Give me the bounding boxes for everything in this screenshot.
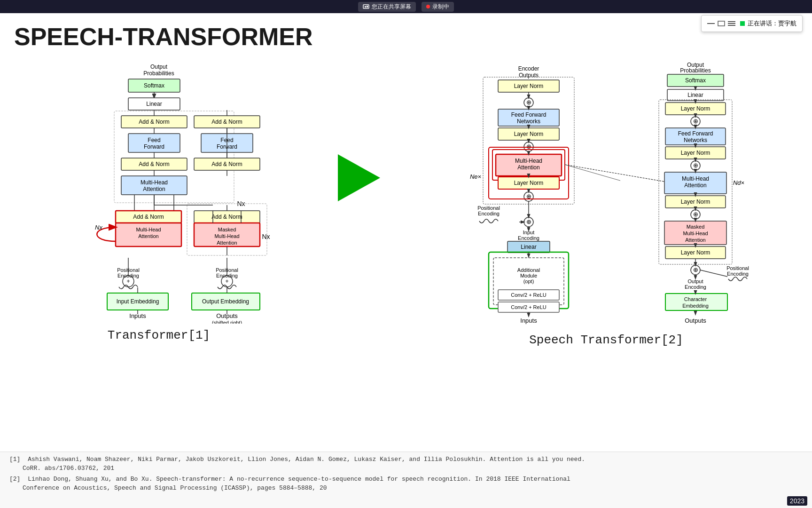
svg-rect-4	[718, 21, 725, 26]
speech-section: Encoder Outputs Layer Norm ⊕ Feed Forwar…	[442, 60, 771, 347]
screen-share-badge: 您正在共享屏幕	[358, 2, 416, 12]
svg-text:⊕: ⊕	[693, 162, 698, 169]
speaker-text: 正在讲话：贾宇航	[748, 19, 796, 28]
svg-text:Multi-Head: Multi-Head	[141, 179, 168, 186]
svg-text:Positional: Positional	[216, 267, 238, 273]
svg-text:Ne×: Ne×	[470, 173, 481, 180]
speech-diagram: Encoder Outputs Layer Norm ⊕ Feed Forwar…	[442, 60, 771, 328]
menu-icon[interactable]	[728, 21, 735, 26]
maximize-icon[interactable]	[718, 21, 725, 26]
svg-text:Positional: Positional	[477, 205, 500, 211]
svg-text:Attention: Attention	[143, 186, 165, 192]
svg-text:Attention: Attention	[138, 233, 158, 239]
transformer-title: Transformer[1]	[108, 328, 210, 342]
svg-line-193	[700, 270, 727, 277]
svg-text:Positional: Positional	[726, 265, 749, 271]
ref2-label: [2]	[9, 476, 20, 483]
svg-text:Nx: Nx	[95, 224, 102, 231]
svg-text:Attention: Attention	[217, 240, 237, 246]
svg-text:Module: Module	[520, 273, 537, 278]
svg-text:Layer Norm: Layer Norm	[514, 83, 544, 89]
svg-text:Linear: Linear	[146, 101, 162, 107]
svg-text:⊕: ⊕	[526, 218, 531, 225]
transformer-diagram: Output Probabilities Softmax Linear Add …	[46, 60, 272, 324]
svg-text:Encoding: Encoding	[478, 211, 500, 216]
arrow-container	[331, 154, 387, 201]
svg-text:+: +	[225, 278, 228, 285]
svg-text:Outputs: Outputs	[519, 72, 539, 79]
svg-text:Nx: Nx	[262, 233, 270, 240]
svg-text:Conv/2 + ReLU: Conv/2 + ReLU	[511, 304, 547, 310]
svg-text:Multi-Head: Multi-Head	[214, 233, 239, 239]
svg-text:Encoding: Encoding	[518, 235, 539, 241]
svg-rect-7	[728, 25, 735, 26]
svg-text:Conv/2 + ReLU: Conv/2 + ReLU	[511, 292, 547, 298]
svg-text:Feed Forward: Feed Forward	[678, 130, 713, 137]
svg-text:Nd×: Nd×	[733, 179, 744, 186]
record-text: 录制中	[432, 3, 449, 11]
svg-text:Multi-Head: Multi-Head	[682, 175, 709, 182]
svg-text:Linear: Linear	[521, 244, 536, 250]
ref2-text: Linhao Dong, Shuang Xu, and Bo Xu. Speec…	[28, 476, 570, 483]
minimize-icon[interactable]	[707, 21, 715, 26]
screen-share-text: 您正在共享屏幕	[372, 3, 411, 11]
main-content: SPEECH-TRANSFORMER Output Probabilities …	[0, 13, 812, 452]
svg-text:Add & Norm: Add & Norm	[211, 161, 242, 167]
svg-text:Layer Norm: Layer Norm	[681, 249, 710, 256]
svg-text:Add & Norm: Add & Norm	[133, 214, 164, 220]
svg-text:+: +	[126, 278, 130, 285]
speech-transformer-title: Speech Transformer[2]	[529, 333, 683, 347]
svg-text:Character: Character	[684, 296, 707, 302]
svg-text:Encoding: Encoding	[216, 273, 238, 278]
svg-text:Forward: Forward	[144, 143, 164, 150]
svg-rect-2	[367, 6, 368, 8]
year-badge: 2023	[787, 496, 807, 506]
svg-text:Encoding: Encoding	[727, 271, 749, 277]
svg-text:Probabilities: Probabilities	[680, 67, 710, 74]
svg-text:Masked: Masked	[218, 227, 236, 232]
svg-text:⊕: ⊕	[693, 266, 698, 273]
svg-text:Attention: Attention	[517, 164, 539, 171]
svg-text:Encoding: Encoding	[685, 284, 706, 290]
svg-text:Additional: Additional	[517, 267, 540, 273]
svg-text:Add & Norm: Add & Norm	[139, 161, 169, 167]
svg-text:(opt): (opt)	[523, 278, 534, 284]
svg-text:Masked: Masked	[687, 224, 705, 230]
speaker-panel: 正在讲话：贾宇航	[701, 15, 803, 32]
svg-text:Multi-Head: Multi-Head	[515, 158, 542, 164]
svg-rect-6	[728, 23, 735, 24]
svg-text:Positional: Positional	[117, 267, 140, 273]
svg-text:⊕: ⊕	[526, 143, 531, 150]
ref2-cont: Conference on Acoustics, Speech and Sign…	[23, 484, 327, 492]
svg-text:Encoding: Encoding	[117, 273, 139, 278]
svg-text:Attention: Attention	[685, 237, 705, 243]
mic-indicator	[740, 21, 745, 26]
ref1-cont: CoRR. abs/1706.03762, 201	[23, 465, 114, 472]
record-badge: 录制中	[422, 2, 454, 12]
svg-text:Output Embedding: Output Embedding	[202, 298, 249, 305]
svg-text:Inputs: Inputs	[520, 317, 537, 324]
svg-text:Layer Norm: Layer Norm	[681, 198, 710, 205]
svg-text:Output: Output	[687, 278, 703, 284]
svg-text:Probabilities: Probabilities	[143, 70, 174, 77]
svg-text:Add & Norm: Add & Norm	[139, 119, 169, 125]
svg-rect-3	[707, 23, 715, 24]
svg-text:Layer Norm: Layer Norm	[681, 150, 710, 156]
svg-text:Softmax: Softmax	[685, 77, 706, 84]
page-title: SPEECH-TRANSFORMER	[14, 23, 798, 51]
svg-text:Layer Norm: Layer Norm	[514, 180, 544, 186]
svg-text:Encoder: Encoder	[518, 65, 539, 72]
svg-rect-5	[728, 21, 735, 22]
ref1-label: [1]	[9, 456, 20, 463]
svg-line-205	[565, 165, 620, 181]
svg-text:Multi-Head: Multi-Head	[683, 230, 708, 236]
svg-text:⊕: ⊕	[526, 99, 531, 106]
svg-text:⊕: ⊕	[693, 211, 698, 218]
svg-text:⊕: ⊕	[693, 118, 698, 125]
top-bar: 您正在共享屏幕 录制中	[0, 0, 812, 13]
ref1-text: Ashish Vaswani, Noam Shazeer, Niki Parma…	[28, 456, 585, 463]
svg-text:Feed Forward: Feed Forward	[511, 111, 547, 118]
svg-text:Add & Norm: Add & Norm	[211, 119, 242, 125]
references: [1] Ashish Vaswani, Noam Shazeer, Niki P…	[0, 452, 812, 508]
svg-rect-1	[365, 6, 366, 8]
